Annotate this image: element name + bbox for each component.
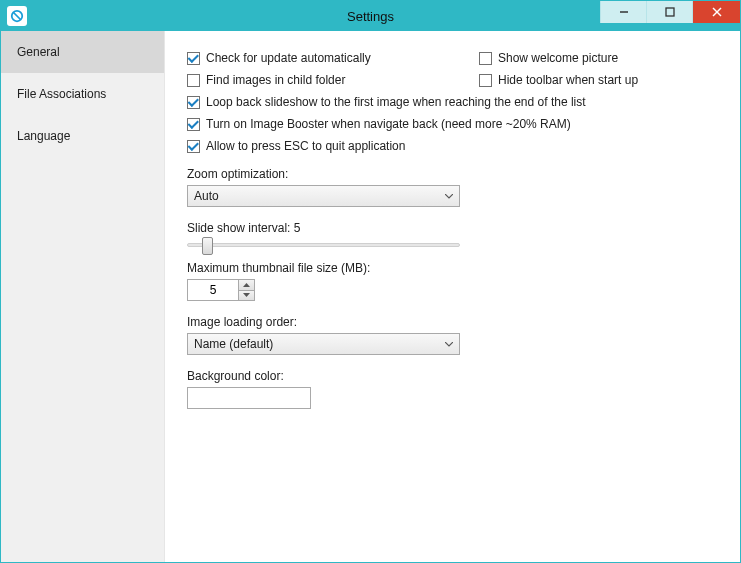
svg-marker-7: [243, 293, 250, 297]
app-icon: [7, 6, 27, 26]
spinner-up-button[interactable]: [239, 280, 254, 291]
svg-marker-6: [243, 283, 250, 287]
checkbox-hide-toolbar[interactable]: [479, 74, 492, 87]
label-show-welcome: Show welcome picture: [498, 51, 618, 65]
label-slideshow-interval: Slide show interval: 5: [187, 221, 718, 235]
select-image-loading-order-value: Name (default): [194, 337, 273, 351]
settings-panel: Check for update automatically Show welc…: [165, 31, 740, 562]
label-background-color: Background color:: [187, 369, 718, 383]
slider-slideshow-interval[interactable]: [187, 243, 460, 247]
label-loop-back: Loop back slideshow to the first image w…: [206, 95, 586, 109]
label-esc-quit: Allow to press ESC to quit application: [206, 139, 405, 153]
label-image-booster: Turn on Image Booster when navigate back…: [206, 117, 571, 131]
spinner-down-button[interactable]: [239, 291, 254, 301]
slider-thumb[interactable]: [202, 237, 213, 255]
chevron-down-icon: [445, 337, 453, 351]
checkbox-check-update[interactable]: [187, 52, 200, 65]
input-max-thumb-size[interactable]: [188, 280, 238, 300]
color-picker-background[interactable]: [187, 387, 311, 409]
minimize-button[interactable]: [600, 1, 646, 23]
checkbox-show-welcome[interactable]: [479, 52, 492, 65]
checkbox-image-booster[interactable]: [187, 118, 200, 131]
tab-file-associations[interactable]: File Associations: [1, 73, 164, 115]
maximize-button[interactable]: [646, 1, 692, 23]
label-zoom-optimization: Zoom optimization:: [187, 167, 718, 181]
chevron-down-icon: [445, 189, 453, 203]
title-bar: Settings: [1, 1, 740, 31]
sidebar: General File Associations Language: [1, 31, 165, 562]
select-zoom-optimization-value: Auto: [194, 189, 219, 203]
close-button[interactable]: [692, 1, 740, 23]
svg-rect-3: [666, 8, 674, 16]
label-image-loading-order: Image loading order:: [187, 315, 718, 329]
tab-general[interactable]: General: [1, 31, 164, 73]
select-zoom-optimization[interactable]: Auto: [187, 185, 460, 207]
checkbox-esc-quit[interactable]: [187, 140, 200, 153]
checkbox-find-child[interactable]: [187, 74, 200, 87]
tab-language[interactable]: Language: [1, 115, 164, 157]
svg-line-1: [14, 13, 21, 20]
spinner-max-thumb-size[interactable]: [187, 279, 255, 301]
select-image-loading-order[interactable]: Name (default): [187, 333, 460, 355]
label-hide-toolbar: Hide toolbar when start up: [498, 73, 638, 87]
label-find-child: Find images in child folder: [206, 73, 345, 87]
label-max-thumb-size: Maximum thumbnail file size (MB):: [187, 261, 718, 275]
label-check-update: Check for update automatically: [206, 51, 371, 65]
checkbox-loop-back[interactable]: [187, 96, 200, 109]
